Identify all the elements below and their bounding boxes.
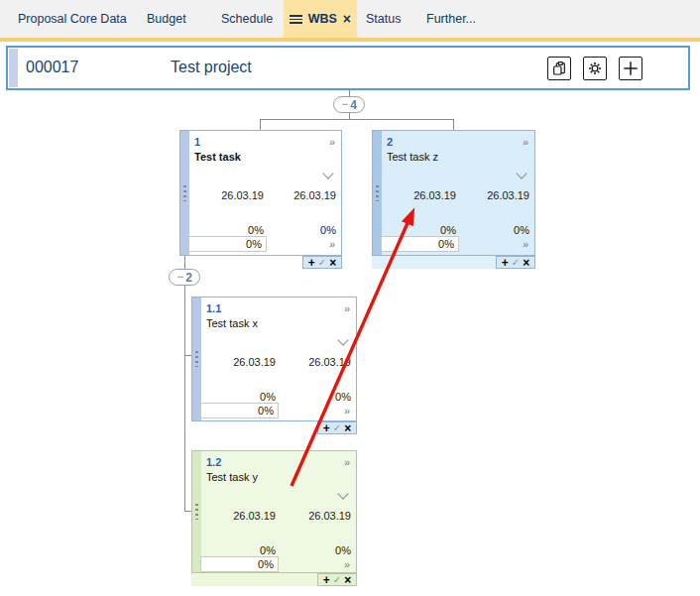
add-child-icon[interactable]: + [308, 258, 315, 268]
card-title: Test task [194, 151, 241, 163]
percent-right: 0% [335, 544, 351, 556]
delete-icon[interactable]: × [344, 423, 351, 433]
child-count: 2 [185, 272, 192, 284]
start-date: 26.03.19 [206, 510, 276, 522]
chevron-down-icon[interactable] [516, 168, 526, 179]
confirm-icon[interactable]: ✓ [333, 423, 341, 433]
delete-icon[interactable]: × [329, 258, 336, 268]
percent-right: 0% [335, 391, 351, 403]
percent-input[interactable]: 0% [188, 236, 267, 252]
tab-budget[interactable]: Budget [147, 0, 186, 38]
percent-input[interactable]: 0% [200, 556, 279, 572]
tab-further[interactable]: Further... [426, 0, 476, 38]
card-drag-handle[interactable] [192, 451, 201, 572]
more-icon[interactable]: » [344, 302, 350, 314]
tab-status[interactable]: Status [366, 0, 401, 38]
card-title: Test task z [387, 151, 438, 163]
card-footer: + ✓ × [179, 256, 342, 269]
grip-icon [376, 185, 379, 201]
wbs-card-1-1[interactable]: 1.1 » Test task x 26.03.19 26.03.19 0% 0… [191, 297, 357, 421]
card-actions: + ✓ × [317, 421, 357, 434]
tab-wbs[interactable]: WBS × [284, 0, 357, 38]
chevron-down-icon[interactable] [322, 168, 333, 179]
percent-left: 0% [206, 544, 276, 556]
more-icon[interactable]: » [523, 136, 528, 148]
card-footer: + ✓ × [191, 573, 357, 586]
tab-label: Status [366, 12, 401, 26]
confirm-icon[interactable]: ✓ [333, 575, 341, 585]
grip-icon [195, 351, 198, 367]
card-actions: + ✓ × [317, 573, 357, 586]
tab-label: Proposal Core Data [18, 12, 127, 26]
tab-bar: Proposal Core Data Budget Schedule WBS ×… [0, 0, 700, 38]
start-date: 26.03.19 [387, 189, 456, 201]
grip-icon [183, 185, 186, 201]
gear-icon [587, 60, 603, 76]
connector-line [184, 285, 185, 511]
connector-line [260, 119, 454, 120]
card-footer: + ✓ × [372, 256, 535, 269]
tab-label: WBS [308, 12, 337, 26]
more-icon[interactable]: » [344, 405, 350, 417]
end-date: 26.03.19 [308, 510, 351, 522]
tab-label: Budget [147, 12, 186, 26]
percent-input[interactable]: 0% [200, 403, 279, 418]
more-icon[interactable]: » [344, 558, 350, 570]
add-button[interactable] [619, 57, 642, 80]
project-number: 000017 [26, 59, 78, 76]
card-number: 2 [387, 136, 393, 148]
collapse-icon: − [341, 98, 348, 110]
start-date: 26.03.19 [206, 356, 276, 368]
confirm-icon[interactable]: ✓ [512, 258, 520, 268]
more-icon[interactable]: » [523, 238, 528, 250]
paste-button[interactable] [547, 57, 571, 80]
child-count: 4 [350, 99, 357, 111]
add-child-icon[interactable]: + [502, 258, 509, 268]
percent-input[interactable]: 0% [381, 236, 459, 252]
wbs-card-1[interactable]: 1 » Test task 26.03.19 26.03.19 0% 0% 0%… [179, 130, 342, 256]
menu-icon[interactable] [290, 15, 302, 24]
project-header: 000017 Test project [6, 46, 690, 90]
confirm-icon[interactable]: ✓ [318, 258, 326, 268]
card-title: Test task y [206, 471, 258, 483]
settings-button[interactable] [583, 57, 607, 80]
end-date: 26.03.19 [487, 189, 529, 201]
start-date: 26.03.19 [194, 189, 264, 201]
collapse-expander-root[interactable]: − 4 [333, 96, 365, 113]
close-tab-icon[interactable]: × [343, 12, 351, 26]
collapse-icon: − [176, 271, 183, 283]
wbs-card-1-2[interactable]: 1.2 » Test task y 26.03.19 26.03.19 0% 0… [191, 450, 357, 573]
card-number: 1.2 [206, 456, 221, 468]
connector-line [453, 119, 454, 130]
more-icon[interactable]: » [329, 136, 335, 148]
tab-schedule[interactable]: Schedule [221, 0, 273, 38]
plus-icon [622, 60, 640, 77]
more-icon[interactable]: » [344, 456, 350, 468]
card-title: Test task x [206, 317, 258, 329]
percent-left: 0% [194, 224, 264, 236]
tab-proposal-core-data[interactable]: Proposal Core Data [18, 0, 127, 38]
card-actions: + ✓ × [496, 256, 535, 269]
add-child-icon[interactable]: + [323, 575, 330, 585]
tab-label: Further... [426, 12, 476, 26]
wbs-card-2[interactable]: 2 » Test task z 26.03.19 26.03.19 0% 0% … [372, 130, 535, 256]
chevron-down-icon[interactable] [337, 488, 348, 499]
clipboard-copy-icon [551, 60, 567, 76]
card-actions: + ✓ × [302, 256, 342, 269]
end-date: 26.03.19 [308, 356, 351, 368]
percent-right: 0% [514, 224, 529, 236]
delete-icon[interactable]: × [523, 258, 529, 268]
add-child-icon[interactable]: + [323, 423, 330, 433]
percent-left: 0% [206, 391, 276, 403]
chevron-down-icon[interactable] [337, 334, 348, 345]
collapse-expander-task1[interactable]: − 2 [169, 269, 200, 286]
more-icon[interactable]: » [329, 238, 335, 250]
delete-icon[interactable]: × [344, 575, 351, 585]
percent-left: 0% [387, 224, 456, 236]
card-number: 1.1 [206, 302, 221, 314]
end-date: 26.03.19 [293, 189, 336, 201]
connector-line [260, 119, 261, 130]
percent-right: 0% [320, 224, 336, 236]
tab-underline [0, 38, 700, 42]
tab-label: Schedule [221, 12, 273, 26]
